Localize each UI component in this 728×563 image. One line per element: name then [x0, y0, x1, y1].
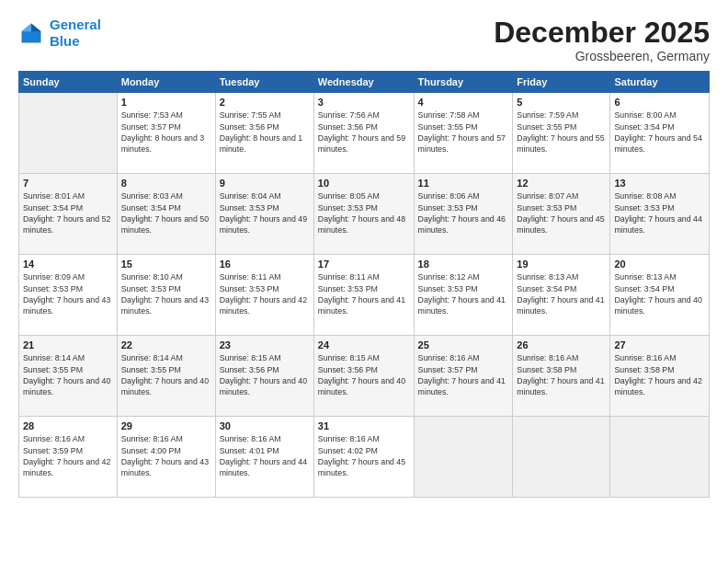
day-info: Sunrise: 8:00 AMSunset: 3:54 PMDaylight:…: [614, 109, 705, 155]
day-number: 18: [418, 259, 509, 270]
day-info: Sunrise: 8:09 AMSunset: 3:53 PMDaylight:…: [23, 271, 113, 316]
calendar-cell: 19Sunrise: 8:13 AMSunset: 3:54 PMDayligh…: [513, 255, 610, 336]
day-info: Sunrise: 8:16 AMSunset: 4:02 PMDaylight:…: [318, 433, 410, 478]
week-row-4: 21Sunrise: 8:14 AMSunset: 3:55 PMDayligh…: [19, 336, 710, 417]
day-info: Sunrise: 7:56 AMSunset: 3:56 PMDaylight:…: [318, 109, 410, 155]
svg-marker-2: [22, 24, 32, 32]
day-info: Sunrise: 8:13 AMSunset: 3:54 PMDaylight:…: [614, 271, 705, 316]
calendar-table: SundayMondayTuesdayWednesdayThursdayFrid…: [18, 71, 710, 498]
day-header-monday: Monday: [117, 72, 215, 93]
day-number: 1: [121, 97, 211, 108]
calendar-cell: 17Sunrise: 8:11 AMSunset: 3:53 PMDayligh…: [313, 255, 414, 336]
day-number: 30: [220, 420, 310, 431]
calendar-cell: 27Sunrise: 8:16 AMSunset: 3:58 PMDayligh…: [610, 336, 710, 417]
day-header-wednesday: Wednesday: [313, 72, 414, 93]
calendar-cell: 7Sunrise: 8:01 AMSunset: 3:54 PMDaylight…: [19, 174, 118, 255]
week-row-1: 1Sunrise: 7:53 AMSunset: 3:57 PMDaylight…: [19, 93, 710, 174]
day-number: 31: [318, 420, 410, 431]
calendar-cell: 26Sunrise: 8:16 AMSunset: 3:58 PMDayligh…: [513, 336, 610, 417]
calendar-cell: 21Sunrise: 8:14 AMSunset: 3:55 PMDayligh…: [19, 336, 118, 417]
day-info: Sunrise: 7:53 AMSunset: 3:57 PMDaylight:…: [121, 109, 211, 155]
calendar-cell: 1Sunrise: 7:53 AMSunset: 3:57 PMDaylight…: [117, 93, 215, 174]
calendar-cell: 9Sunrise: 8:04 AMSunset: 3:53 PMDaylight…: [215, 174, 313, 255]
calendar-cell: 2Sunrise: 7:55 AMSunset: 3:56 PMDaylight…: [215, 93, 313, 174]
page: General Blue December 2025 Grossbeeren, …: [0, 0, 728, 563]
day-number: 23: [220, 339, 310, 350]
day-number: 11: [418, 178, 509, 189]
day-number: 29: [121, 420, 211, 431]
day-number: 7: [23, 178, 113, 189]
day-number: 25: [418, 339, 509, 350]
day-number: 28: [23, 420, 113, 431]
calendar-cell: 13Sunrise: 8:08 AMSunset: 3:53 PMDayligh…: [610, 174, 710, 255]
day-info: Sunrise: 8:16 AMSunset: 3:57 PMDaylight:…: [418, 352, 509, 397]
calendar-cell: 8Sunrise: 8:03 AMSunset: 3:54 PMDaylight…: [117, 174, 215, 255]
day-info: Sunrise: 7:59 AMSunset: 3:55 PMDaylight:…: [517, 109, 606, 155]
day-header-tuesday: Tuesday: [215, 72, 313, 93]
day-number: 9: [220, 178, 310, 189]
day-number: 5: [517, 97, 606, 108]
header-row: SundayMondayTuesdayWednesdayThursdayFrid…: [19, 72, 710, 93]
day-info: Sunrise: 8:16 AMSunset: 3:59 PMDaylight:…: [23, 433, 113, 478]
location: Grossbeeren, Germany: [494, 49, 710, 63]
logo-icon: [18, 20, 44, 46]
calendar-cell: 30Sunrise: 8:16 AMSunset: 4:01 PMDayligh…: [215, 417, 313, 498]
day-header-friday: Friday: [513, 72, 610, 93]
calendar-cell: [414, 417, 513, 498]
day-info: Sunrise: 8:16 AMSunset: 3:58 PMDaylight:…: [517, 352, 606, 397]
day-info: Sunrise: 8:16 AMSunset: 3:58 PMDaylight:…: [614, 352, 705, 397]
calendar-cell: 20Sunrise: 8:13 AMSunset: 3:54 PMDayligh…: [610, 255, 710, 336]
calendar-cell: 31Sunrise: 8:16 AMSunset: 4:02 PMDayligh…: [313, 417, 414, 498]
day-info: Sunrise: 8:08 AMSunset: 3:53 PMDaylight:…: [614, 190, 705, 236]
day-info: Sunrise: 7:55 AMSunset: 3:56 PMDaylight:…: [220, 109, 310, 155]
day-number: 3: [318, 97, 410, 108]
calendar-cell: 29Sunrise: 8:16 AMSunset: 4:00 PMDayligh…: [117, 417, 215, 498]
day-number: 4: [418, 97, 509, 108]
calendar-cell: 15Sunrise: 8:10 AMSunset: 3:53 PMDayligh…: [117, 255, 215, 336]
logo-line2: Blue: [50, 33, 80, 49]
day-info: Sunrise: 8:07 AMSunset: 3:53 PMDaylight:…: [517, 190, 606, 236]
calendar-cell: 4Sunrise: 7:58 AMSunset: 3:55 PMDaylight…: [414, 93, 513, 174]
day-number: 27: [614, 339, 705, 350]
calendar-cell: 28Sunrise: 8:16 AMSunset: 3:59 PMDayligh…: [19, 417, 118, 498]
calendar-cell: 12Sunrise: 8:07 AMSunset: 3:53 PMDayligh…: [513, 174, 610, 255]
header: General Blue December 2025 Grossbeeren, …: [18, 17, 710, 63]
day-info: Sunrise: 8:14 AMSunset: 3:55 PMDaylight:…: [23, 352, 113, 397]
day-number: 12: [517, 178, 606, 189]
day-number: 15: [121, 259, 211, 270]
svg-marker-1: [31, 24, 41, 32]
calendar-cell: 25Sunrise: 8:16 AMSunset: 3:57 PMDayligh…: [414, 336, 513, 417]
calendar-cell: [610, 417, 710, 498]
day-number: 2: [220, 97, 310, 108]
day-info: Sunrise: 8:16 AMSunset: 4:00 PMDaylight:…: [121, 433, 211, 478]
day-header-saturday: Saturday: [610, 72, 710, 93]
day-number: 14: [23, 259, 113, 270]
logo: General Blue: [18, 17, 101, 50]
logo-text: General Blue: [50, 17, 101, 50]
calendar-cell: 18Sunrise: 8:12 AMSunset: 3:53 PMDayligh…: [414, 255, 513, 336]
day-info: Sunrise: 8:15 AMSunset: 3:56 PMDaylight:…: [220, 352, 310, 397]
day-info: Sunrise: 8:01 AMSunset: 3:54 PMDaylight:…: [23, 190, 113, 236]
week-row-5: 28Sunrise: 8:16 AMSunset: 3:59 PMDayligh…: [19, 417, 710, 498]
day-number: 6: [614, 97, 705, 108]
week-row-2: 7Sunrise: 8:01 AMSunset: 3:54 PMDaylight…: [19, 174, 710, 255]
day-number: 24: [318, 339, 410, 350]
day-header-sunday: Sunday: [19, 72, 118, 93]
day-info: Sunrise: 8:03 AMSunset: 3:54 PMDaylight:…: [121, 190, 211, 236]
day-info: Sunrise: 8:06 AMSunset: 3:53 PMDaylight:…: [418, 190, 509, 236]
day-info: Sunrise: 8:04 AMSunset: 3:53 PMDaylight:…: [220, 190, 310, 236]
calendar-cell: 23Sunrise: 8:15 AMSunset: 3:56 PMDayligh…: [215, 336, 313, 417]
calendar-cell: 3Sunrise: 7:56 AMSunset: 3:56 PMDaylight…: [313, 93, 414, 174]
logo-line1: General: [50, 17, 101, 32]
calendar-cell: 11Sunrise: 8:06 AMSunset: 3:53 PMDayligh…: [414, 174, 513, 255]
week-row-3: 14Sunrise: 8:09 AMSunset: 3:53 PMDayligh…: [19, 255, 710, 336]
title-block: December 2025 Grossbeeren, Germany: [494, 17, 710, 63]
day-number: 10: [318, 178, 410, 189]
day-info: Sunrise: 8:16 AMSunset: 4:01 PMDaylight:…: [220, 433, 310, 478]
day-number: 16: [220, 259, 310, 270]
day-number: 22: [121, 339, 211, 350]
day-number: 26: [517, 339, 606, 350]
month-title: December 2025: [494, 17, 710, 49]
day-info: Sunrise: 7:58 AMSunset: 3:55 PMDaylight:…: [418, 109, 509, 155]
day-number: 19: [517, 259, 606, 270]
